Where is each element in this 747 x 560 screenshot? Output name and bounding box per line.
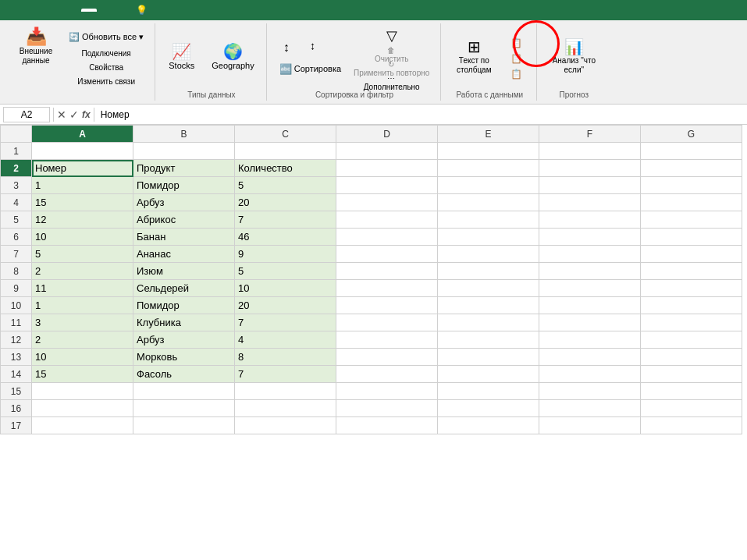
cell-r14-c3[interactable]: [336, 383, 438, 400]
row-header-7[interactable]: 7: [1, 246, 32, 263]
col-header-B[interactable]: B: [133, 126, 235, 143]
cell-r11-c1[interactable]: Арбуз: [133, 331, 235, 349]
cell-r3-c1[interactable]: Арбуз: [133, 194, 235, 211]
btn-geography[interactable]: 🌍 Geography: [206, 35, 259, 79]
cell-r13-c4[interactable]: [438, 366, 539, 383]
cell-r10-c6[interactable]: [641, 314, 742, 331]
cell-r16-c5[interactable]: [539, 417, 641, 434]
cell-r13-c0[interactable]: 15: [32, 366, 133, 383]
cell-r5-c1[interactable]: Банан: [133, 229, 235, 246]
btn-sort[interactable]: 🔤 Сортировка: [275, 60, 346, 77]
cell-r12-c0[interactable]: 10: [32, 349, 133, 366]
cell-r6-c1[interactable]: Ананас: [133, 246, 235, 263]
cell-r12-c2[interactable]: 8: [235, 349, 336, 366]
cell-r8-c4[interactable]: [438, 280, 539, 297]
row-header-16[interactable]: 16: [1, 400, 32, 417]
cell-r3-c4[interactable]: [438, 194, 539, 211]
menu-formulas[interactable]: [66, 9, 81, 12]
cell-r8-c3[interactable]: [336, 280, 438, 297]
cell-r12-c6[interactable]: [641, 349, 742, 366]
cell-r10-c1[interactable]: Клубника: [133, 314, 235, 331]
cell-r5-c4[interactable]: [438, 229, 539, 246]
cell-r15-c5[interactable]: [539, 400, 641, 417]
cell-r1-c0[interactable]: Номер: [32, 160, 133, 177]
row-header-4[interactable]: 4: [1, 194, 32, 211]
cell-r7-c2[interactable]: 5: [235, 263, 336, 280]
cell-r16-c0[interactable]: [32, 417, 133, 434]
cell-r11-c5[interactable]: [539, 331, 641, 349]
cell-r6-c4[interactable]: [438, 246, 539, 263]
cell-r3-c0[interactable]: 15: [32, 194, 133, 211]
cell-r11-c2[interactable]: 4: [235, 331, 336, 349]
cell-r9-c1[interactable]: Помидор: [133, 297, 235, 314]
cell-r7-c0[interactable]: 2: [32, 263, 133, 280]
cell-r14-c6[interactable]: [641, 383, 742, 400]
row-header-5[interactable]: 5: [1, 211, 32, 229]
cell-r0-c4[interactable]: [438, 143, 539, 160]
cell-r10-c0[interactable]: 3: [32, 314, 133, 331]
row-header-8[interactable]: 8: [1, 263, 32, 280]
cell-r1-c1[interactable]: Продукт: [133, 160, 235, 177]
cell-r2-c1[interactable]: Помидор: [133, 177, 235, 194]
col-header-E[interactable]: E: [438, 126, 539, 143]
btn-clear[interactable]: 🗑Очистить: [349, 48, 434, 61]
cell-r0-c5[interactable]: [539, 143, 641, 160]
btn-sort-az[interactable]: ↕: [275, 37, 298, 58]
cell-r12-c5[interactable]: [539, 349, 641, 366]
menu-home[interactable]: [3, 9, 19, 12]
cell-r4-c2[interactable]: 7: [235, 211, 336, 229]
cell-r11-c0[interactable]: 2: [32, 331, 133, 349]
cell-r6-c6[interactable]: [641, 246, 742, 263]
cell-reference-input[interactable]: [3, 107, 50, 122]
cell-r0-c1[interactable]: [133, 143, 235, 160]
cell-r1-c2[interactable]: Количество: [235, 160, 336, 177]
cell-r9-c5[interactable]: [539, 297, 641, 314]
btn-external-data[interactable]: 📥 Внешние данные: [11, 25, 61, 69]
btn-reapply[interactable]: ↻Применить повторно: [349, 62, 434, 75]
cell-r3-c6[interactable]: [641, 194, 742, 211]
formula-input[interactable]: [98, 108, 744, 122]
cancel-formula-icon[interactable]: ✕: [57, 108, 66, 121]
cell-r0-c6[interactable]: [641, 143, 742, 160]
cell-r13-c2[interactable]: 7: [235, 366, 336, 383]
btn-properties[interactable]: Свойства: [64, 61, 148, 73]
col-header-C[interactable]: C: [235, 126, 336, 143]
col-header-F[interactable]: F: [539, 126, 641, 143]
cell-r15-c6[interactable]: [641, 400, 742, 417]
spreadsheet-container[interactable]: A B C D E F G 12НомерПродуктКоличество31…: [0, 125, 747, 560]
cell-r10-c4[interactable]: [438, 314, 539, 331]
cell-r13-c3[interactable]: [336, 366, 438, 383]
cell-r16-c3[interactable]: [336, 417, 438, 434]
menu-layout[interactable]: [50, 9, 66, 12]
cell-r6-c3[interactable]: [336, 246, 438, 263]
cell-r9-c0[interactable]: 1: [32, 297, 133, 314]
cell-r16-c6[interactable]: [641, 417, 742, 434]
btn-edit-links[interactable]: Изменить связи: [64, 75, 148, 87]
cell-r5-c2[interactable]: 46: [235, 229, 336, 246]
cell-r8-c0[interactable]: 11: [32, 280, 133, 297]
cell-r12-c1[interactable]: Морковь: [133, 349, 235, 366]
menu-review[interactable]: [97, 9, 112, 12]
cell-r5-c5[interactable]: [539, 229, 641, 246]
menu-view[interactable]: [112, 9, 128, 12]
cell-r4-c4[interactable]: [438, 211, 539, 229]
cell-r16-c4[interactable]: [438, 417, 539, 434]
cell-r6-c5[interactable]: [539, 246, 641, 263]
cell-r8-c5[interactable]: [539, 280, 641, 297]
btn-sort-za[interactable]: ↕: [301, 37, 325, 58]
btn-advanced[interactable]: ⋯Дополнительно: [349, 76, 434, 89]
cell-r15-c2[interactable]: [235, 400, 336, 417]
cell-r9-c2[interactable]: 20: [235, 297, 336, 314]
cell-r14-c2[interactable]: [235, 383, 336, 400]
cell-r5-c6[interactable]: [641, 229, 742, 246]
menu-draw[interactable]: [34, 9, 50, 12]
cell-r15-c1[interactable]: [133, 400, 235, 417]
cell-r16-c1[interactable]: [133, 417, 235, 434]
cell-r1-c3[interactable]: [336, 160, 438, 177]
menu-data[interactable]: [81, 9, 97, 12]
cell-r6-c0[interactable]: 5: [32, 246, 133, 263]
cell-r4-c1[interactable]: Абрикос: [133, 211, 235, 229]
row-header-1[interactable]: 1: [1, 143, 32, 160]
cell-r7-c4[interactable]: [438, 263, 539, 280]
row-header-3[interactable]: 3: [1, 177, 32, 194]
